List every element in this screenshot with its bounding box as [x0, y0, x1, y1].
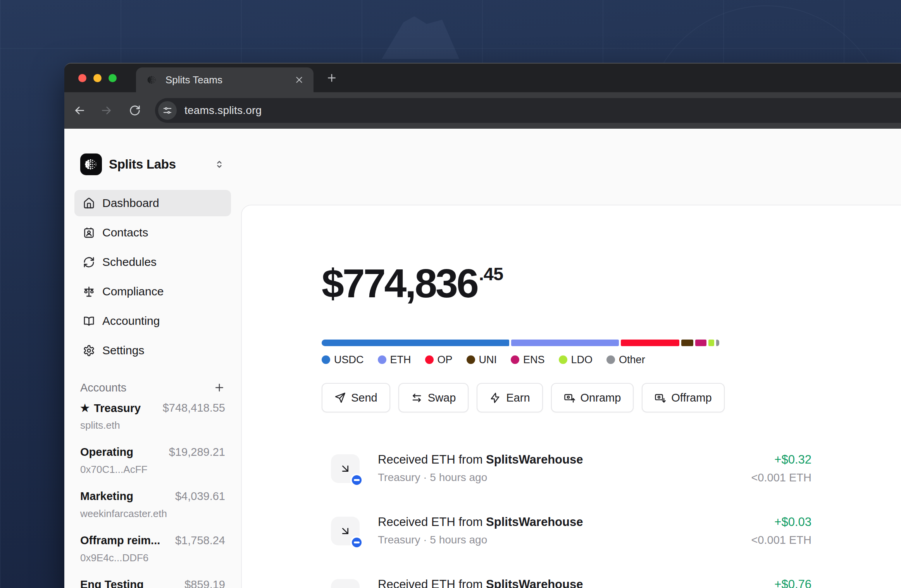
site-info-button[interactable]: [158, 101, 177, 120]
sidebar-item-compliance[interactable]: Compliance: [74, 278, 231, 305]
received-transaction-icon: [331, 517, 360, 545]
account-row-operating[interactable]: Operating$19,289.210x70C1...AcFF: [74, 446, 231, 477]
add-account-button[interactable]: [214, 382, 225, 393]
workspace-switcher[interactable]: Splits Labs: [74, 153, 231, 175]
star-icon: ★: [80, 403, 90, 414]
counterparty-name: SplitsWarehouse: [486, 453, 583, 466]
accounts-header: Accounts: [74, 381, 231, 395]
transaction-row[interactable]: Received ETH from SplitsWarehouseTreasur…: [322, 453, 811, 515]
swap-button[interactable]: Swap: [398, 383, 469, 412]
balance-fraction: .45: [479, 264, 503, 284]
sidebar-item-label: Contacts: [102, 226, 148, 239]
transaction-usd-amount: +$0.32: [751, 453, 811, 467]
transaction-title: Received ETH from SplitsWarehouse: [378, 578, 583, 588]
sidebar-item-label: Accounting: [102, 314, 160, 328]
workspace-name: Splits Labs: [109, 157, 214, 172]
legend-label: UNI: [479, 354, 497, 366]
account-name: Marketing: [80, 490, 133, 503]
transaction-list: Received ETH from SplitsWarehouseTreasur…: [322, 453, 811, 588]
action-label: Offramp: [671, 391, 711, 404]
counterparty-name: SplitsWarehouse: [486, 578, 583, 588]
window-zoom-button[interactable]: [109, 74, 117, 82]
app-content: Splits Labs DashboardContactsSchedulesCo…: [64, 129, 901, 588]
received-transaction-icon: [331, 579, 360, 588]
legend-item-ldo: LDO: [559, 354, 593, 366]
counterparty-name: SplitsWarehouse: [486, 515, 583, 529]
account-balance: $4,039.61: [175, 490, 225, 503]
forward-button[interactable]: [98, 102, 115, 119]
tab-close-icon[interactable]: [294, 75, 304, 85]
transaction-usd-amount: +$0.76: [751, 578, 811, 588]
balance-whole: $774,836: [322, 261, 477, 306]
account-row-treasury[interactable]: ★Treasury$748,418.55splits.eth: [74, 402, 231, 433]
scale-icon: [83, 286, 95, 298]
legend-dot-icon: [559, 355, 567, 364]
transaction-row[interactable]: Received ETH from SplitsWarehouseTreasur…: [322, 578, 811, 588]
transaction-eth-amount: <0.001 ETH: [751, 534, 811, 547]
splits-logo: [80, 153, 102, 175]
account-row-eng-testing[interactable]: Eng Testing$859.19: [74, 578, 231, 588]
window-close-button[interactable]: [78, 74, 86, 82]
back-button[interactable]: [71, 102, 88, 119]
allocation-segment-op: [621, 340, 679, 346]
sidebar-item-contacts[interactable]: Contacts: [74, 219, 231, 246]
action-label: Send: [351, 391, 377, 404]
legend-item-uni: UNI: [467, 354, 497, 366]
transaction-amounts: +$0.76<0.001 ETH: [751, 578, 811, 588]
account-balance: $1,758.24: [175, 534, 225, 547]
refresh-icon: [83, 256, 95, 268]
transaction-texts: Received ETH from SplitsWarehouseTreasur…: [378, 453, 583, 484]
transaction-amounts: +$0.03<0.001 ETH: [751, 515, 811, 547]
chevrons-up-down-icon: [214, 159, 225, 170]
received-transaction-icon: [331, 454, 360, 483]
account-row-marketing[interactable]: Marketing$4,039.61weekinfarcaster.eth: [74, 490, 231, 521]
legend-label: Other: [619, 354, 645, 366]
transaction-meta: Treasury · 5 hours ago: [378, 534, 583, 546]
account-row-offramp-reim-[interactable]: Offramp reim...$1,758.240x9E4c...DDF6: [74, 534, 231, 565]
allocation-segment-other: [716, 340, 719, 346]
accounts-title: Accounts: [80, 381, 126, 394]
legend-item-other: Other: [606, 354, 645, 366]
browser-window: Splits Teams team: [64, 63, 901, 588]
sidebar-item-accounting[interactable]: Accounting: [74, 308, 231, 334]
desktop: Splits Teams team: [0, 0, 901, 588]
account-address: 0x9E4c...DDF6: [80, 552, 225, 564]
reload-button[interactable]: [126, 102, 143, 119]
onramp-icon: [564, 392, 575, 403]
legend-dot-icon: [606, 355, 615, 364]
sidebar-item-label: Settings: [102, 344, 144, 357]
sidebar-item-schedules[interactable]: Schedules: [74, 249, 231, 275]
sidebar-item-label: Schedules: [102, 255, 157, 269]
contact-icon: [83, 227, 95, 239]
account-name: Offramp reim...: [80, 534, 160, 547]
offramp-button[interactable]: Offramp: [642, 383, 724, 412]
transaction-eth-amount: <0.001 ETH: [751, 471, 811, 484]
account-address: splits.eth: [80, 419, 225, 431]
account-balance: $19,289.21: [169, 446, 225, 459]
transaction-usd-amount: +$0.03: [751, 515, 811, 529]
legend-dot-icon: [467, 355, 475, 364]
legend-dot-icon: [425, 355, 434, 364]
sidebar-item-dashboard[interactable]: Dashboard: [74, 190, 231, 216]
browser-tab-strip: Splits Teams: [64, 64, 901, 92]
transaction-texts: Received ETH from SplitsWarehouseTreasur…: [378, 515, 583, 546]
new-tab-button[interactable]: [323, 69, 340, 86]
earn-button[interactable]: Earn: [477, 383, 543, 412]
legend-label: USDC: [334, 354, 364, 366]
transaction-row[interactable]: Received ETH from SplitsWarehouseTreasur…: [322, 515, 811, 578]
legend-item-op: OP: [425, 354, 453, 366]
allocation-segment-ldo: [708, 340, 714, 346]
allocation-segment-usdc: [322, 340, 509, 346]
transaction-title: Received ETH from SplitsWarehouse: [378, 453, 583, 467]
dashboard-panel: $774,836.45 USDCETHOPUNIENSLDOOther Send…: [241, 205, 901, 588]
url-text: teams.splits.org: [184, 104, 262, 117]
onramp-button[interactable]: Onramp: [551, 383, 634, 412]
allocation-segment-uni: [681, 340, 693, 346]
address-bar[interactable]: teams.splits.org: [155, 98, 901, 123]
account-address: 0x70C1...AcFF: [80, 464, 225, 476]
browser-tab[interactable]: Splits Teams: [136, 67, 314, 92]
send-button[interactable]: Send: [322, 383, 390, 412]
window-minimize-button[interactable]: [93, 74, 102, 82]
account-name: Operating: [80, 446, 133, 459]
sidebar-item-settings[interactable]: Settings: [74, 337, 231, 364]
